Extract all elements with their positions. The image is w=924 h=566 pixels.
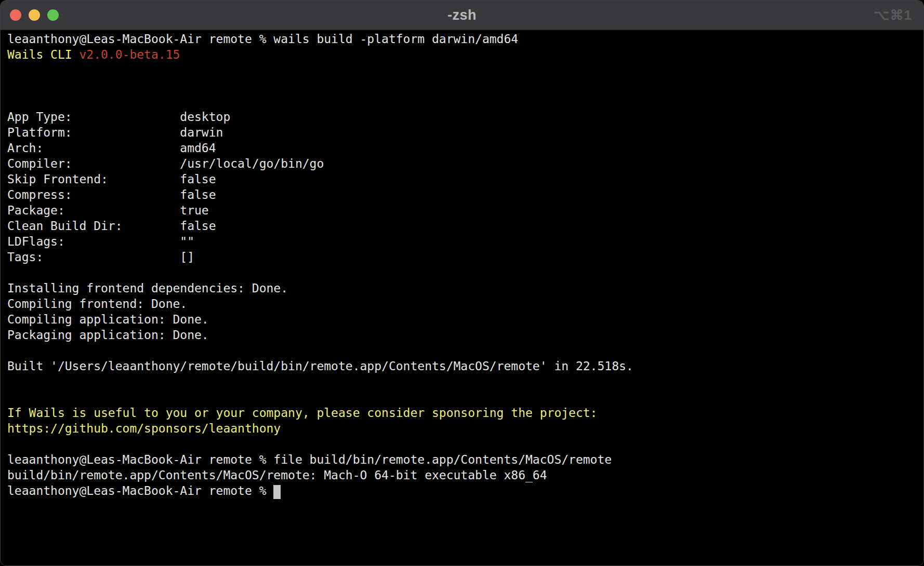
terminal-text: Tags: [] [7, 250, 194, 264]
terminal-line [7, 265, 918, 280]
terminal-text: Packaging application: Done. [7, 328, 209, 342]
terminal-line: Tags: [] [7, 249, 918, 265]
terminal-text: leaanthony@Leas-MacBook-Air remote % wai… [7, 32, 518, 46]
terminal-line: LDFlags: "" [7, 234, 918, 249]
minimize-button[interactable] [29, 9, 40, 21]
terminal-text: App Type: desktop [7, 110, 230, 124]
terminal-line: Compiling frontend: Done. [7, 296, 918, 312]
terminal-text: v2.0.0-beta.15 [79, 48, 180, 61]
terminal-text: Compress: false [7, 188, 216, 201]
terminal-text: Installing frontend dependencies: Done. [7, 281, 288, 295]
terminal-line: Wails CLI v2.0.0-beta.15 [7, 47, 918, 62]
terminal-line: leaanthony@Leas-MacBook-Air remote % fil… [7, 452, 918, 467]
terminal-line: Platform: darwin [7, 125, 918, 140]
terminal-line: Package: true [7, 203, 918, 218]
terminal-line: If Wails is useful to you or your compan… [7, 405, 918, 421]
terminal-line [7, 389, 918, 405]
terminal-line: Compress: false [7, 187, 918, 203]
terminal-line: Installing frontend dependencies: Done. [7, 280, 918, 296]
terminal-text: Clean Build Dir: false [7, 219, 216, 233]
terminal-text: LDFlags: "" [7, 235, 194, 248]
zoom-button[interactable] [47, 9, 59, 21]
terminal-text: Platform: darwin [7, 126, 223, 139]
terminal-text: If Wails is useful to you or your compan… [7, 406, 597, 420]
terminal-cursor [273, 485, 281, 499]
terminal-line: Arch: amd64 [7, 140, 918, 156]
terminal-line: build/bin/remote.app/Contents/MacOS/remo… [7, 467, 918, 483]
terminal-text: https://github.com/sponsors/leaanthony [7, 422, 281, 435]
terminal-text: build/bin/remote.app/Contents/MacOS/remo… [7, 468, 547, 482]
terminal-line: App Type: desktop [7, 109, 918, 125]
screen: -zsh ⌥⌘1 leaanthony@Leas-MacBook-Air rem… [0, 0, 924, 566]
close-button[interactable] [10, 9, 21, 21]
terminal-text: Skip Frontend: false [7, 172, 216, 186]
terminal-line: https://github.com/sponsors/leaanthony [7, 421, 918, 436]
terminal-line: Clean Build Dir: false [7, 218, 918, 234]
terminal-line: Compiler: /usr/local/go/bin/go [7, 156, 918, 171]
window-shortcut-hint: ⌥⌘1 [874, 7, 912, 23]
terminal-text: Wails CLI [7, 48, 79, 61]
terminal-text: Compiling application: Done. [7, 313, 209, 326]
terminal-line: Compiling application: Done. [7, 312, 918, 327]
titlebar[interactable]: -zsh ⌥⌘1 [1, 1, 923, 30]
terminal-text: Package: true [7, 204, 209, 217]
terminal-text: Compiler: /usr/local/go/bin/go [7, 157, 324, 170]
traffic-lights [1, 9, 59, 21]
terminal-line [7, 93, 918, 109]
terminal-line: Packaging application: Done. [7, 327, 918, 343]
terminal-line [7, 78, 918, 93]
terminal-window: -zsh ⌥⌘1 leaanthony@Leas-MacBook-Air rem… [0, 0, 924, 566]
terminal-line [7, 343, 918, 358]
terminal-line [7, 62, 918, 78]
terminal-text: leaanthony@Leas-MacBook-Air remote % [7, 484, 273, 497]
terminal-line: leaanthony@Leas-MacBook-Air remote % wai… [7, 31, 918, 47]
terminal-line: leaanthony@Leas-MacBook-Air remote % [7, 483, 918, 498]
terminal-output[interactable]: leaanthony@Leas-MacBook-Air remote % wai… [1, 30, 923, 565]
terminal-text: leaanthony@Leas-MacBook-Air remote % fil… [7, 453, 612, 466]
terminal-line [7, 436, 918, 452]
terminal-line: Skip Frontend: false [7, 171, 918, 187]
terminal-line [7, 374, 918, 389]
terminal-text: Built '/Users/leaanthony/remote/build/bi… [7, 359, 633, 373]
terminal-text: Arch: amd64 [7, 141, 216, 155]
terminal-text: Compiling frontend: Done. [7, 297, 187, 311]
terminal-line: Built '/Users/leaanthony/remote/build/bi… [7, 358, 918, 374]
window-title: -zsh [1, 7, 923, 23]
